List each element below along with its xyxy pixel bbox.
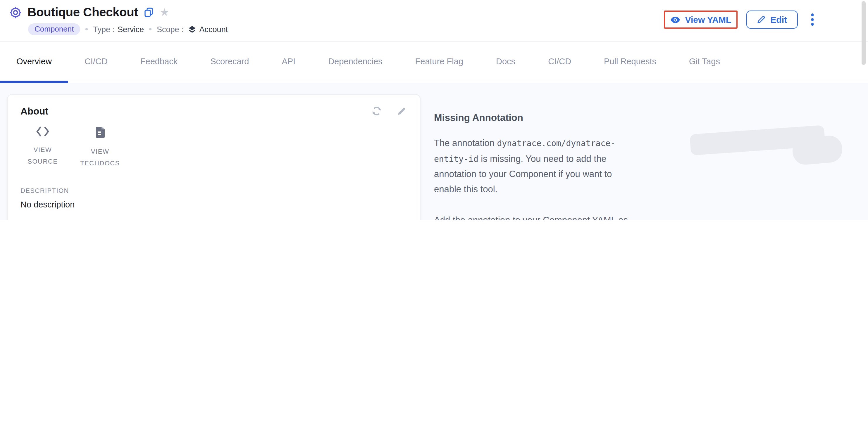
scope-label: Scope :	[157, 25, 184, 34]
kind-chip: Component	[28, 23, 80, 35]
copy-name-icon[interactable]	[145, 8, 153, 17]
separator-dot	[149, 28, 152, 30]
edit-button[interactable]: Edit	[746, 10, 798, 29]
type-value: Service	[118, 25, 144, 34]
more-options-kebab-icon[interactable]	[809, 11, 816, 28]
view-source-button[interactable]: VIEW SOURCE	[21, 126, 65, 169]
tab-ci-cd[interactable]: CI/CD	[68, 42, 124, 83]
code-window-illustration	[649, 124, 842, 220]
page-vertical-scrollbar[interactable]	[861, 1, 866, 65]
page-header: Boutique Checkout ★ Component Type : Ser…	[0, 0, 868, 41]
eye-icon	[670, 16, 680, 23]
view-techdocs-button[interactable]: VIEW TECHDOCS	[78, 126, 122, 169]
separator-dot	[85, 28, 88, 30]
annotation-instruction: Add the annotation to your Component YAM…	[434, 213, 636, 220]
tab-feature-flag[interactable]: Feature Flag	[399, 42, 479, 83]
tab-dependencies[interactable]: Dependencies	[312, 42, 399, 83]
missing-annotation-panel: Missing Annotation The annotation dynatr…	[434, 112, 636, 220]
favorite-star-icon[interactable]: ★	[160, 7, 169, 18]
type-label: Type :	[93, 25, 115, 34]
about-card: About	[7, 94, 421, 220]
layers-icon	[188, 25, 196, 34]
code-icon	[36, 126, 50, 138]
tab-feedback[interactable]: Feedback	[124, 42, 194, 83]
missing-annotation-body: The annotation dynatrace.com/dynatrace-e…	[434, 136, 636, 196]
docs-icon	[95, 126, 105, 140]
tab-pull-requests[interactable]: Pull Requests	[588, 42, 673, 83]
entity-page: Boutique Checkout ★ Component Type : Ser…	[0, 0, 868, 220]
header-actions: View YAML Edit	[664, 0, 868, 29]
tab-api[interactable]: API	[265, 42, 312, 83]
tab-overview[interactable]: Overview	[0, 42, 68, 83]
description-value: No description	[21, 200, 407, 209]
content-area: About	[0, 83, 868, 220]
about-action-label: VIEW TECHDOCS	[78, 145, 122, 169]
entity-tabs: OverviewCI/CDFeedbackScorecardAPIDepende…	[0, 42, 868, 83]
about-card-title: About	[21, 105, 48, 116]
missing-annotation-title: Missing Annotation	[434, 112, 636, 123]
tab-git-tags[interactable]: Git Tags	[673, 42, 736, 83]
refresh-icon[interactable]	[371, 105, 382, 117]
entity-header-info: Boutique Checkout ★ Component Type : Ser…	[0, 0, 228, 35]
about-actions: VIEW SOURCEVIEW TECHDOCS	[21, 126, 407, 169]
tab-docs[interactable]: Docs	[479, 42, 532, 83]
view-yaml-highlight-box: View YAML	[664, 10, 738, 29]
tab-scorecard[interactable]: Scorecard	[194, 42, 265, 83]
page-title: Boutique Checkout	[28, 5, 138, 19]
pencil-icon	[757, 15, 766, 24]
description-label: DESCRIPTION	[21, 187, 407, 194]
tab-ci-cd-2[interactable]: CI/CD	[532, 42, 588, 83]
edit-about-pencil-icon[interactable]	[397, 106, 407, 116]
about-action-label: VIEW SOURCE	[21, 144, 65, 167]
component-kind-gear-icon	[9, 5, 22, 19]
scope-value: Account	[199, 25, 228, 34]
view-yaml-button[interactable]: View YAML	[669, 13, 732, 26]
entity-meta-row: Component Type : Service Scope : Account	[28, 23, 228, 35]
